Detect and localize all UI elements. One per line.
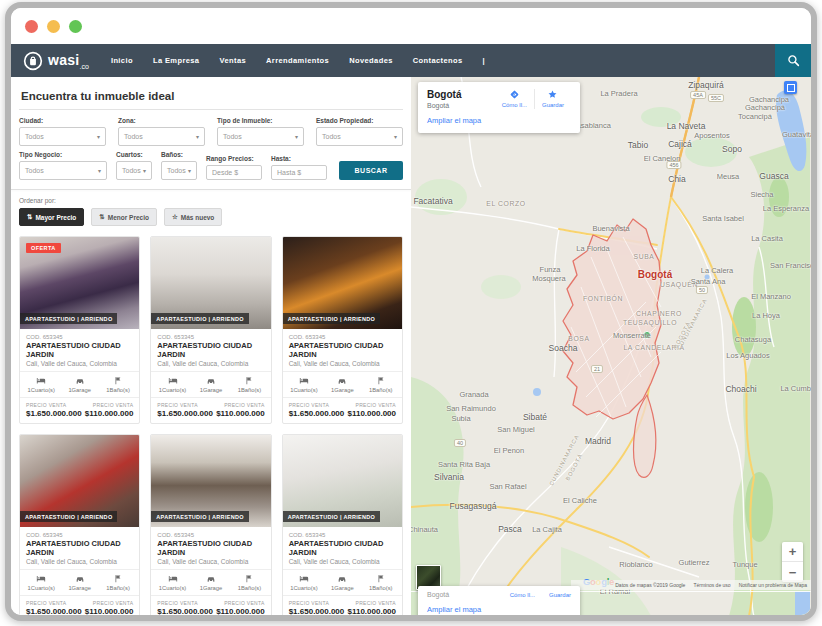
listing-type-overlay: APARTAESTUDIO | ARRIENDO: [151, 313, 248, 324]
property-features: 1Cuarto(s) 1Garage 1Baño(s): [283, 569, 402, 596]
price-rent-value: $110.000.000: [216, 607, 265, 616]
nav-item[interactable]: La Empresa: [153, 56, 200, 65]
price-rent-label: PRECIO VENTA: [216, 402, 265, 408]
nav-item[interactable]: Arrendamientos: [266, 56, 329, 65]
map-place-subtitle: Bogotá: [427, 102, 461, 109]
offer-badge: OFERTA: [26, 243, 61, 253]
chevron-down-icon: ▾: [394, 133, 397, 140]
property-title: APARTAESTUDIO CIUDAD JARDIN: [157, 539, 264, 557]
property-card[interactable]: APARTAESTUDIO | ARRIENDO COD. 653345 APA…: [19, 434, 140, 616]
price-sale-label: PRECIO VENTA: [157, 402, 213, 408]
filter-row-1: Ciudad: Todos ▾ Zona: Todos ▾: [19, 117, 403, 146]
report-problem-link[interactable]: Notificar un problema de Mapa: [739, 582, 807, 588]
search-panel-title: Encuentra tu inmueble ideal: [19, 85, 403, 110]
filter-select[interactable]: Todos ▾: [217, 127, 304, 146]
price-input[interactable]: [271, 165, 327, 180]
property-features: 1Cuarto(s) 1Garage 1Baño(s): [283, 371, 402, 398]
garage-icon: [75, 574, 85, 583]
map-data-credit: Datos de mapas ©2019 Google: [615, 582, 685, 588]
nav-item[interactable]: Ventas: [219, 56, 246, 65]
main-navbar: wasi.co InicioLa EmpresaVentasArrendamie…: [11, 44, 811, 77]
maximize-window-button[interactable]: [69, 20, 82, 33]
price-input[interactable]: [206, 165, 262, 180]
property-prices: PRECIO VENTA $1.650.000.000 PRECIO VENTA…: [20, 398, 139, 423]
filter-select[interactable]: Todos ▾: [19, 127, 106, 146]
window-titlebar: [11, 8, 811, 44]
filter-select[interactable]: Todos ▾: [316, 127, 403, 146]
price-rent-value: $110.000.000: [348, 607, 397, 616]
sort-button[interactable]: ⇅ Menor Precio: [91, 208, 157, 226]
feature-label: 1Baño(s): [238, 387, 262, 393]
save-link[interactable]: Guardar: [534, 89, 571, 109]
chevron-down-icon: ▾: [188, 167, 191, 174]
expand-map-link-2[interactable]: Ampliar el mapa: [427, 605, 481, 614]
property-prices: PRECIO VENTA $1.650.000.000 PRECIO VENTA…: [20, 596, 139, 616]
bath-icon: [113, 574, 123, 583]
directions-link[interactable]: Cómo ll...: [495, 89, 534, 109]
property-location: Cali, Valle del Cauca, Colombia: [26, 558, 133, 565]
zoom-in-button[interactable]: +: [782, 542, 803, 562]
feature-label: 1Baño(s): [106, 585, 130, 591]
feature-label: 1Cuarto(s): [159, 585, 186, 591]
directions-link-2[interactable]: Cómo ll...: [510, 592, 535, 598]
property-title: APARTAESTUDIO CIUDAD JARDIN: [289, 341, 396, 359]
property-location: Cali, Valle del Cauca, Colombia: [157, 558, 264, 565]
terms-link[interactable]: Términos de uso: [693, 582, 730, 588]
logo-text: wasi: [48, 52, 80, 68]
save-label: Guardar: [542, 102, 564, 108]
feature-label: 1Baño(s): [369, 585, 393, 591]
property-code: COD. 653345: [289, 334, 396, 340]
directions-label: Cómo ll...: [502, 102, 527, 108]
filter-select[interactable]: Todos ▾: [161, 161, 197, 180]
price-sale-value: $1.650.000.000: [26, 409, 82, 418]
price-sale-label: PRECIO VENTA: [157, 600, 213, 606]
filter-select[interactable]: Todos ▾: [118, 127, 205, 146]
price-rent-label: PRECIO VENTA: [85, 600, 134, 606]
property-card[interactable]: APARTAESTUDIO | ARRIENDO COD. 653345 APA…: [150, 236, 271, 424]
sort-button[interactable]: ⇅ Mayor Precio: [19, 208, 84, 226]
expand-map-link[interactable]: Ampliar el mapa: [427, 116, 481, 125]
property-code: COD. 653345: [157, 532, 264, 538]
nav-item[interactable]: Novedades: [349, 56, 393, 65]
filter-select[interactable]: Todos ▾: [116, 161, 152, 180]
map-place-title: Bogotá: [427, 89, 461, 100]
save-link-2[interactable]: Guardar: [549, 592, 571, 598]
garage-icon: [206, 574, 216, 583]
filter-select[interactable]: Todos ▾: [19, 161, 107, 180]
bath-icon: [376, 574, 386, 583]
select-value: Todos: [223, 133, 242, 140]
select-value: Todos: [322, 133, 341, 140]
feature-label: 1Garage: [331, 387, 354, 393]
directions-icon: [509, 89, 520, 100]
wasi-logo[interactable]: wasi.co: [23, 51, 89, 71]
buscar-button[interactable]: BUSCAR: [339, 161, 403, 180]
search-button[interactable]: [775, 44, 811, 77]
listing-type-overlay: APARTAESTUDIO | ARRIENDO: [283, 313, 380, 324]
feature-label: 1Garage: [200, 585, 223, 591]
chevron-down-icon: ▾: [196, 133, 199, 140]
filter-label: Hasta:: [271, 155, 327, 162]
zoom-out-button[interactable]: −: [782, 562, 803, 582]
feature-label: 1Cuarto(s): [28, 387, 55, 393]
property-photo: APARTAESTUDIO | ARRIENDO: [20, 435, 139, 527]
property-card[interactable]: APARTAESTUDIO | ARRIENDO COD. 653345 APA…: [150, 434, 271, 616]
property-code: COD. 653345: [26, 532, 133, 538]
property-card[interactable]: APARTAESTUDIO | ARRIENDO COD. 653345 APA…: [282, 434, 403, 616]
property-card[interactable]: APARTAESTUDIO | ARRIENDO COD. 653345 APA…: [282, 236, 403, 424]
property-card[interactable]: OFERTA APARTAESTUDIO | ARRIENDO COD. 653…: [19, 236, 140, 424]
feature-label: 1Garage: [331, 585, 354, 591]
fullscreen-button[interactable]: [784, 81, 797, 94]
nav-item[interactable]: Inicio: [111, 56, 133, 65]
listings-column: Encuentra tu inmueble ideal Ciudad: Todo…: [11, 77, 411, 616]
feature-label: 1Garage: [68, 585, 91, 591]
nav-item[interactable]: Contactenos: [413, 56, 463, 65]
property-title: APARTAESTUDIO CIUDAD JARDIN: [26, 341, 133, 359]
bed-icon: [299, 376, 309, 385]
sort-button[interactable]: ☆ Más nuevo: [164, 208, 222, 226]
google-map[interactable]: ZipaquiráLa PraderaGachancipaGachancipáT…: [411, 77, 811, 616]
close-window-button[interactable]: [25, 20, 38, 33]
nav-item[interactable]: |: [483, 56, 486, 65]
map-canvas: [411, 77, 810, 616]
minimize-window-button[interactable]: [47, 20, 60, 33]
property-photo: APARTAESTUDIO | ARRIENDO: [151, 435, 270, 527]
